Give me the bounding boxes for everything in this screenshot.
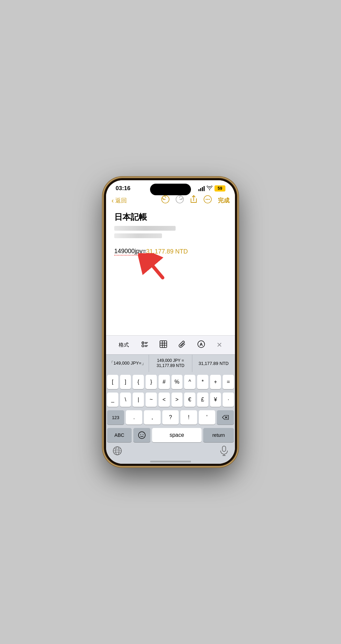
kb-mic-row bbox=[107, 444, 234, 461]
key-period[interactable]: . bbox=[126, 410, 142, 425]
globe-icon[interactable] bbox=[113, 446, 122, 457]
nav-actions: 完成 bbox=[161, 195, 229, 205]
key-underscore[interactable]: _ bbox=[107, 393, 118, 407]
key-caret[interactable]: ^ bbox=[184, 375, 195, 389]
key-middot[interactable]: · bbox=[223, 393, 234, 407]
svg-point-26 bbox=[143, 434, 144, 435]
key-open-brace[interactable]: { bbox=[133, 375, 144, 389]
autocomplete-item-1[interactable]: 149,000 JPY =31,177.89 NTD bbox=[149, 355, 192, 372]
key-space[interactable]: space bbox=[152, 428, 202, 442]
dynamic-island bbox=[150, 184, 191, 195]
svg-line-7 bbox=[144, 256, 163, 278]
back-label: 返回 bbox=[115, 197, 127, 204]
more-button[interactable] bbox=[204, 195, 212, 205]
note-title: 日本記帳 bbox=[114, 212, 227, 223]
blurred-line-1 bbox=[114, 226, 176, 231]
key-emoji[interactable] bbox=[133, 428, 150, 442]
kb-row-2: _ \ | ~ < > € £ ¥ · bbox=[107, 393, 234, 407]
phone-screen: 03:16 59 bbox=[106, 180, 235, 464]
autocomplete-item-2[interactable]: 31,177.89 NTD bbox=[192, 355, 235, 372]
key-123[interactable]: 123 bbox=[107, 410, 124, 425]
markup-button[interactable]: A bbox=[195, 339, 208, 351]
svg-rect-30 bbox=[222, 446, 226, 451]
key-comma[interactable]: , bbox=[144, 410, 160, 425]
nav-bar: ‹ 返回 bbox=[106, 193, 235, 208]
close-button[interactable]: ✕ bbox=[214, 339, 225, 350]
key-delete[interactable] bbox=[217, 410, 234, 425]
blurred-line-2 bbox=[114, 233, 162, 238]
share-button[interactable] bbox=[190, 195, 197, 205]
status-bar: 03:16 59 bbox=[106, 180, 235, 193]
key-close-brace[interactable]: } bbox=[146, 375, 157, 389]
battery-icon: 59 bbox=[214, 185, 225, 191]
home-indicator bbox=[150, 461, 191, 462]
key-close-bracket[interactable]: ] bbox=[120, 375, 131, 389]
key-exclamation[interactable]: ! bbox=[180, 410, 197, 425]
chevron-left-icon: ‹ bbox=[112, 197, 114, 204]
signal-bars-icon bbox=[198, 186, 205, 191]
mic-icon[interactable] bbox=[220, 446, 228, 457]
svg-point-24 bbox=[138, 432, 145, 439]
svg-point-9 bbox=[143, 342, 143, 343]
autocomplete-item-0[interactable]: 「149,000 JPY=」 bbox=[106, 355, 149, 372]
svg-point-4 bbox=[207, 199, 208, 200]
key-hash[interactable]: # bbox=[159, 375, 170, 389]
note-content[interactable]: 日本記帳 149000jpy= 31,177.89 NTD bbox=[106, 208, 235, 335]
key-plus[interactable]: + bbox=[210, 375, 221, 389]
redo-button[interactable] bbox=[176, 195, 184, 205]
format-button[interactable]: 格式 bbox=[116, 340, 132, 350]
done-button[interactable]: 完成 bbox=[218, 197, 229, 204]
phone-shell: 03:16 59 bbox=[104, 178, 237, 466]
key-equals[interactable]: = bbox=[223, 375, 234, 389]
toolbar: 格式 bbox=[106, 335, 235, 354]
key-backslash[interactable]: \ bbox=[120, 393, 131, 407]
kb-row-1: [ ] { } # % ^ * + = bbox=[107, 375, 234, 389]
key-question[interactable]: ? bbox=[162, 410, 179, 425]
svg-point-3 bbox=[206, 199, 207, 200]
key-greater-than[interactable]: > bbox=[172, 393, 183, 407]
undo-button[interactable] bbox=[161, 195, 169, 205]
key-pipe[interactable]: | bbox=[133, 393, 144, 407]
wifi-icon bbox=[207, 186, 212, 191]
red-arrow bbox=[138, 253, 169, 280]
key-yen[interactable]: ¥ bbox=[210, 393, 221, 407]
key-apostrophe[interactable]: ' bbox=[199, 410, 215, 425]
status-time: 03:16 bbox=[116, 185, 130, 192]
kb-bottom-row: ABC space return bbox=[107, 428, 234, 442]
svg-point-25 bbox=[140, 434, 141, 435]
back-button[interactable]: ‹ 返回 bbox=[112, 197, 127, 204]
svg-rect-15 bbox=[160, 341, 167, 348]
key-percent[interactable]: % bbox=[172, 375, 183, 389]
kb-row-3: 123 . , ? ! ' bbox=[107, 410, 234, 425]
key-less-than[interactable]: < bbox=[159, 393, 170, 407]
key-tilde[interactable]: ~ bbox=[146, 393, 157, 407]
keyboard: [ ] { } # % ^ * + = _ \ | ~ < > € £ bbox=[106, 372, 235, 464]
note-text: 149000jpy= 31,177.89 NTD bbox=[114, 248, 227, 256]
checklist-button[interactable] bbox=[138, 339, 151, 351]
key-abc[interactable]: ABC bbox=[107, 428, 132, 442]
autocomplete-bar: 「149,000 JPY=」 149,000 JPY =31,177.89 NT… bbox=[106, 354, 235, 372]
svg-point-5 bbox=[209, 199, 210, 200]
key-open-bracket[interactable]: [ bbox=[107, 375, 118, 389]
key-pound[interactable]: £ bbox=[197, 393, 208, 407]
key-asterisk[interactable]: * bbox=[197, 375, 208, 389]
key-return[interactable]: return bbox=[203, 428, 234, 442]
attachment-button[interactable] bbox=[176, 339, 189, 351]
svg-point-12 bbox=[142, 345, 144, 347]
status-icons: 59 bbox=[198, 185, 225, 191]
table-button[interactable] bbox=[157, 339, 170, 351]
svg-text:A: A bbox=[200, 342, 203, 347]
key-euro[interactable]: € bbox=[184, 393, 195, 407]
